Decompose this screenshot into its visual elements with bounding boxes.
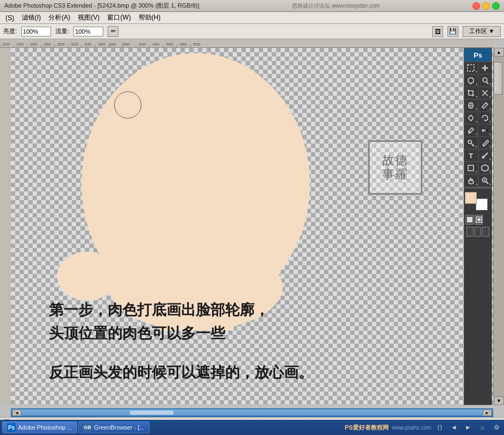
tool-row-4: ▾ ▾ [464, 99, 491, 111]
healing-tool[interactable]: ▾ [464, 100, 478, 111]
scroll-track-vertical[interactable] [494, 57, 504, 396]
svg-line-48 [486, 182, 488, 184]
background-color-swatch[interactable] [476, 198, 488, 210]
tool-row-5: ▾ ▾ [464, 111, 491, 124]
svg-point-34 [57, 252, 117, 301]
taskbar-right-area: PS爱好者教程网 www.psahz.com ⟨⟩ ◄ ► ⌂ ⚙ [345, 423, 502, 432]
ruler-vertical [0, 48, 11, 405]
svg-text:220: 220 [3, 42, 10, 47]
tool-row-6: ▾ ▾ [464, 124, 491, 136]
quick-select-tool[interactable]: ▾ [478, 74, 492, 86]
svg-text:500: 500 [193, 42, 201, 47]
menu-s[interactable]: (S) [2, 13, 17, 23]
svg-rect-31 [0, 48, 11, 405]
scroll-right-button[interactable]: ► [483, 409, 491, 416]
options-bar: 亮度: 流量: ✏ 🖼 💾 工作区 ▼ [0, 24, 504, 39]
hand-tool[interactable]: ▾ [464, 175, 478, 187]
path-select-tool[interactable]: ▾ [478, 150, 492, 161]
dodge-tool[interactable]: ▾ [464, 137, 478, 149]
slice-tool[interactable]: ▾ [478, 87, 492, 99]
tool-row-2: ▾ ▾ [464, 74, 491, 86]
eraser-tool[interactable]: ▾ [464, 125, 478, 136]
full-screen-button[interactable] [475, 227, 482, 237]
standard-screen-button[interactable] [466, 227, 474, 237]
text-line2: 头顶位置的肉色可以多一些 [49, 322, 269, 345]
save-icon[interactable]: 💾 [447, 26, 458, 37]
watermark-stamp: 故德 事羅 [368, 140, 422, 195]
canvas-content: 故德 事羅 第一步，肉色打底画出脸部轮廓， 头顶位置的肉色可以多一些 反正画头发… [11, 48, 493, 405]
browser-taskbar-button[interactable]: GB GreenBrowser - [... [78, 421, 150, 433]
scroll-down-button[interactable]: ▼ [494, 396, 504, 405]
taskbar-settings-icon[interactable]: ⚙ [491, 423, 502, 432]
title-text: Adobe Photoshop CS3 Extended - [52424.bm… [4, 2, 199, 10]
brush-tool[interactable]: ▾ [478, 100, 492, 111]
brush-cursor [114, 91, 141, 119]
ps-taskbar-button[interactable]: Ps Adobe Photoshop ... [2, 421, 77, 433]
full-screen-no-menu-button[interactable] [482, 227, 489, 237]
scroll-thumb-horizontal[interactable] [130, 411, 173, 415]
taskbar: Ps Adobe Photoshop ... GB GreenBrowser -… [0, 420, 504, 435]
window-controls [472, 2, 500, 10]
crop-tool[interactable]: ▾ [464, 87, 478, 99]
clone-tool[interactable]: ▾ [464, 112, 478, 124]
workspace-dropdown[interactable]: 工作区 ▼ [463, 26, 501, 37]
text-line1: 第一步，肉色打底画出脸部轮廓， [49, 299, 269, 322]
close-button[interactable] [472, 2, 480, 10]
tool-row-7: ▾ ▾ [464, 136, 491, 149]
flow-input[interactable] [73, 27, 103, 36]
tool-row-3: ▾ ▾ [464, 86, 491, 99]
svg-text:260: 260 [30, 42, 38, 47]
maximize-button[interactable] [492, 2, 500, 10]
text-tool[interactable]: T [464, 150, 478, 161]
menu-analyze[interactable]: 分析(A) [45, 12, 73, 23]
taskbar-home-icon[interactable]: ⌂ [477, 423, 488, 432]
menu-help[interactable]: 帮助(H) [135, 12, 164, 23]
taskbar-network-icon[interactable]: ⟨⟩ [434, 423, 445, 432]
marquee-tool[interactable]: ▾ [464, 62, 478, 74]
menu-bar: (S) 滤镜(I) 分析(A) 视图(V) 窗口(W) 帮助(H) [0, 12, 504, 24]
history-brush-tool[interactable]: ▾ [478, 112, 492, 124]
lasso-tool[interactable]: ▾ [464, 74, 478, 86]
svg-text:240: 240 [16, 42, 24, 47]
scroll-left-button[interactable]: ◄ [13, 409, 21, 416]
scroll-up-button[interactable]: ▲ [494, 48, 504, 57]
svg-text:460: 460 [166, 42, 173, 47]
svg-rect-37 [468, 65, 474, 71]
scroll-track-horizontal[interactable] [21, 410, 483, 415]
canvas-icon[interactable]: 🖼 [432, 26, 443, 37]
canvas-instruction-text2: 反正画头发的时候可以遮掉的，放心画。 [49, 363, 313, 382]
gradient-tool[interactable]: ▾ [478, 125, 492, 136]
svg-text:400: 400 [122, 42, 130, 47]
standard-mode-button[interactable] [465, 215, 474, 225]
quick-mask-area [464, 214, 484, 226]
taskbar-site-url: www.psahz.com [392, 425, 431, 431]
foreground-color-swatch[interactable] [465, 192, 477, 204]
shape-tool[interactable]: ▾ [464, 162, 478, 174]
scrollbar-vertical[interactable]: ▲ ▼ [493, 48, 504, 405]
browser-taskbar-icon: GB [83, 423, 92, 432]
site-logo: 思络设计讨论坛 www.missydan.com [292, 2, 379, 10]
move-tool[interactable] [478, 62, 492, 74]
menu-view[interactable]: 视图(V) [74, 12, 103, 23]
svg-text:480: 480 [179, 42, 187, 47]
svg-point-38 [483, 78, 487, 82]
zoom-tool[interactable]: ▾ [478, 175, 492, 187]
brush-options-icon[interactable]: ✏ [108, 26, 119, 37]
svg-point-40 [469, 116, 473, 120]
svg-text:420: 420 [139, 42, 146, 47]
taskbar-arrow-right[interactable]: ► [463, 423, 474, 432]
scrollbar-horizontal[interactable]: ◄ ► [11, 408, 493, 417]
svg-point-53 [477, 218, 481, 221]
color-swatches [464, 189, 491, 214]
pen-tool[interactable]: ▾ [478, 137, 492, 149]
ps-logo: Ps [464, 48, 491, 61]
tool-row-9: ▾ ▾ [464, 161, 491, 174]
taskbar-arrow-left[interactable]: ◄ [449, 423, 459, 432]
minimize-button[interactable] [482, 2, 490, 10]
quick-mask-button[interactable] [475, 215, 483, 225]
3d-tool[interactable]: ▾ [478, 162, 492, 174]
scroll-thumb-vertical[interactable] [494, 62, 502, 95]
menu-filter[interactable]: 滤镜(I) [18, 12, 44, 23]
brightness-input[interactable] [21, 27, 51, 36]
menu-window[interactable]: 窗口(W) [104, 12, 134, 23]
